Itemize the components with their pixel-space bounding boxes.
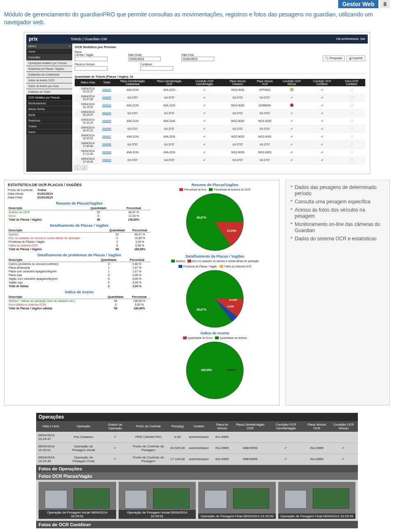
sidebar-item-8[interactable]: OCR Sintético por Período — [26, 95, 72, 101]
thumb[interactable]: Operação de Pesagem Inicial 08/04/2014 1… — [119, 482, 196, 519]
thumb[interactable]: Operação de Pesagem Final 08/04/2014 16:… — [198, 482, 276, 519]
check-icon: ✔ — [291, 96, 293, 99]
app-logo: prix — [29, 36, 38, 42]
sidebar-item-13[interactable]: Tickets — [26, 124, 72, 129]
ticket-link[interactable]: 000008 — [102, 143, 111, 146]
stats-title: ESTATÍSTICA DE OCR PLACAS / VAGÕES — [8, 183, 151, 187]
sidebar-item-12[interactable]: Relatórios — [26, 118, 72, 124]
sidebar-collapse-icon[interactable]: « — [69, 45, 70, 48]
legend-item: Falha do sistema OCR — [220, 265, 252, 268]
table-row[interactable]: 09/04/2014 15:23:37000001AVA-3154AVA-315… — [75, 86, 365, 94]
table-row[interactable]: 08/04/2014 16:24:47Pré-Cadastro✔PRÉ-CADA… — [36, 432, 358, 443]
sidebar-item-0[interactable]: Home — [26, 49, 72, 55]
thumb[interactable]: Operação de Pesagem Final 08/04/2014 16:… — [278, 482, 356, 519]
check-icon: ✔ — [203, 135, 206, 138]
table-row[interactable]: 09/04/2014 16:33:24000005AVA-3154AVA-315… — [75, 117, 365, 125]
table-row[interactable]: 09/04/2014 16:24:47000004IUI-3737IUI-373… — [75, 109, 365, 117]
legend-item: Problema de Placas / Vagão — [179, 265, 217, 268]
document-icon[interactable]: 📄 — [350, 143, 353, 146]
document-icon[interactable]: 📄 — [350, 104, 353, 107]
filter-data-fim-input[interactable] — [181, 57, 214, 61]
feature-list: Dados das pesagens de determinado períod… — [285, 180, 390, 405]
search-button[interactable]: 🔍Pesquisar — [323, 55, 345, 61]
pager-1[interactable]: 1 — [75, 166, 80, 170]
check-icon: ✔ — [321, 143, 323, 146]
sidebar-item-7[interactable]: Detalhes do Ticket — [26, 89, 72, 95]
filter-placa-veic-input[interactable] — [75, 66, 108, 71]
sidebar-item-10[interactable]: Alterar Senha — [26, 106, 72, 112]
main-title: OCR Sintético por Período — [75, 45, 365, 49]
table-row[interactable]: 09/04/2014 17:11:46000009AVA-3154AVA-315… — [75, 148, 365, 156]
table-row[interactable]: 08/04/2014 16:29:01Operação de Pesagem I… — [36, 442, 358, 454]
check-icon: ✔ — [291, 120, 293, 122]
qty-tickets: Quantidade de Tickets (Placas / Vagão): … — [75, 75, 365, 78]
error-icon — [290, 104, 293, 107]
document-icon[interactable]: 📄 — [350, 135, 353, 138]
search-icon: 🔍 — [325, 57, 329, 60]
pager-2[interactable]: 2 — [82, 166, 87, 170]
check-icon: ✔ — [321, 112, 323, 115]
sec1-title: Resumo de Placas/Vagões — [8, 201, 151, 205]
sec3-table: DescriçãoQuantidadePercentualOutros (pro… — [8, 258, 151, 288]
fotos-conteiner-header[interactable]: Fotos de OCR Contêiner — [36, 521, 358, 528]
document-icon[interactable]: 📄 — [350, 127, 353, 130]
app-topbar: prix Toledo | Guardian GW Olá administra… — [26, 35, 368, 44]
document-icon[interactable]: 📄 — [350, 159, 353, 161]
document-icon[interactable]: 📄 — [350, 96, 353, 99]
table-row[interactable]: 08/04/2014 16:29:49Operação de Pesagem F… — [36, 454, 358, 465]
sidebar-item-2[interactable]: Operações Analítico por Período — [26, 60, 72, 66]
ticket-link[interactable]: 000003 — [102, 104, 111, 107]
chart-resumo: Resumo de Placas/Vagões Percentual de Er… — [154, 183, 276, 252]
filter-data-ini-input[interactable] — [128, 57, 161, 61]
check-icon: ✔ — [291, 151, 293, 154]
printer-icon: 🖨 — [349, 57, 352, 60]
thumb[interactable]: Operação de Pesagem Inicial 08/04/2014 1… — [39, 482, 116, 519]
filter-placa-input[interactable] — [75, 57, 108, 61]
document-icon[interactable]: 📄 — [350, 112, 353, 115]
sidebar-item-14[interactable]: Sobre — [26, 129, 72, 135]
table-row[interactable]: 09/04/2014 15:47:08000002IUI-3737IUI-373… — [75, 94, 365, 101]
chart-detalhamento: Detalhamento de Placas / Vagões AcertosE… — [154, 254, 276, 329]
warn-icon — [290, 88, 293, 91]
filter-placa-label: Placa Carreta / Vagão — [75, 51, 108, 56]
table-row[interactable]: 09/04/2014 17:05:00000008IUI-3737IUI-373… — [75, 140, 365, 148]
sidebar-item-9[interactable]: Monitoramento — [26, 101, 72, 106]
table-row[interactable]: 09/04/2014 16:47:21000006IUI-3737IUI-373… — [75, 125, 365, 133]
ticket-link[interactable]: 000006 — [102, 127, 111, 130]
sidebar-item-11[interactable]: Ajuda — [26, 112, 72, 118]
ticket-link[interactable]: 000007 — [102, 135, 111, 138]
sidebar-item-1[interactable]: Consultas — [26, 55, 72, 60]
sidebar-item-3[interactable]: Estatística de Placas / Vagões — [26, 66, 72, 72]
print-button[interactable]: 🖨Imprimir — [346, 55, 365, 61]
sec2-title: Detalhamento de Placas / Vagões — [8, 223, 151, 228]
header-title: Gestor Web — [338, 0, 378, 8]
sidebar-item-6[interactable]: Índice de Acerto por Hora — [26, 83, 72, 89]
sidebar-item-5[interactable]: Índice de Acerto OCR — [26, 78, 72, 83]
ticket-link[interactable]: 000002 — [102, 96, 111, 99]
table-row[interactable]: 09/04/2014 16:13:53000003AVA-3154AVA-315… — [75, 101, 365, 109]
document-icon[interactable]: 📄 — [350, 151, 353, 154]
check-icon: ✔ — [284, 457, 287, 461]
ticket-link[interactable]: 000004 — [102, 112, 111, 115]
check-icon: ✔ — [203, 159, 206, 161]
ticket-link[interactable]: 000005 — [102, 120, 111, 122]
legend-item: Percentual de Acertos do OCR — [209, 188, 250, 191]
ticket-link[interactable]: 000010 — [102, 159, 111, 161]
document-icon[interactable]: 📄 — [350, 120, 353, 122]
check-icon: ✔ — [291, 159, 293, 161]
fotos-operacoes-header[interactable]: Fotos de Operações — [36, 465, 358, 472]
sidebar-item-4[interactable]: Estatística de Contêineres — [26, 72, 72, 78]
filter-conteiner-input[interactable] — [140, 66, 173, 71]
fotos-placas-header[interactable]: Fotos OCR Placas/Vagão — [36, 472, 358, 480]
ticket-link[interactable]: 000001 — [102, 88, 111, 91]
app-user-greeting[interactable]: Olá administrador, Sair — [336, 37, 365, 40]
table-row[interactable]: 09/04/2014 16:52:52000007AVA-3154AVA-315… — [75, 133, 365, 140]
table-row[interactable]: 09/04/2014 17:18:26000010IUI-3737IUI-373… — [75, 156, 365, 164]
check-icon: ✔ — [321, 88, 323, 91]
ticket-link[interactable]: 000009 — [102, 151, 111, 154]
check-icon: ✔ — [291, 135, 293, 138]
tickets-table: Data e HoraTicketPlaca Carreta/Vagão Cad… — [75, 79, 365, 164]
document-icon[interactable]: 📄 — [350, 88, 353, 91]
check-icon: ✔ — [321, 96, 323, 99]
feature-item: Dados do sistema OCR e estatísticas — [291, 236, 385, 242]
